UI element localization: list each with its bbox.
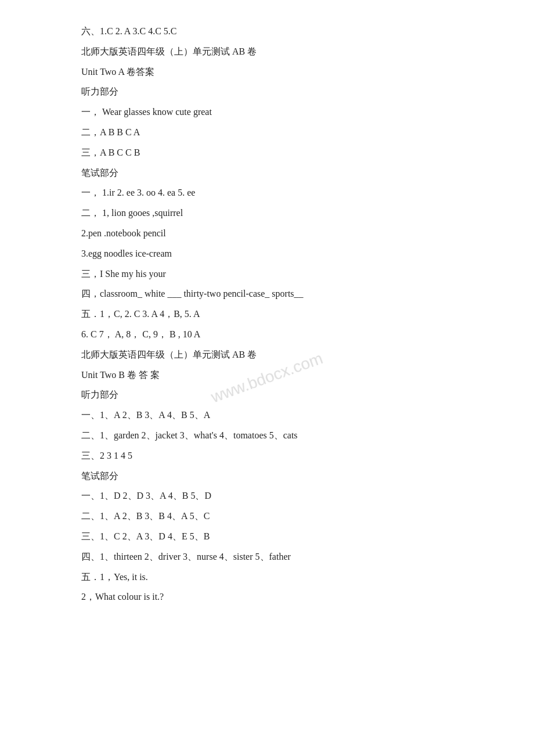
content-line-line25: 二、1、A 2、B 3、B 4、A 5、C xyxy=(81,508,453,525)
content-line-line9: 一， 1.ir 2. ee 3. oo 4. ea 5. ee xyxy=(81,185,453,201)
content-line-line27: 四、1、thirteen 2、driver 3、nurse 4、sister 5… xyxy=(81,549,453,566)
content-line-line3: Unit Two A 卷答案 xyxy=(81,64,453,81)
document-content: 六、1.C 2. A 3.C 4.C 5.C北师大版英语四年级（上）单元测试 A… xyxy=(81,23,453,606)
content-line-line21: 二、1、garden 2、jacket 3、what's 4、tomatoes … xyxy=(81,427,453,444)
content-line-line18: Unit Two B 卷 答 案 xyxy=(81,367,453,384)
content-line-line24: 一、1、D 2、D 3、A 4、B 5、D xyxy=(81,488,453,505)
content-line-line23: 笔试部分 xyxy=(81,468,453,485)
content-line-line6: 二，A B B C A xyxy=(81,124,453,141)
content-line-line12: 3.egg noodles ice-cream xyxy=(81,246,453,262)
content-line-line16: 6. C 7， A, 8， C, 9， B , 10 A xyxy=(81,326,453,343)
content-line-line11: 2.pen .notebook pencil xyxy=(81,225,453,242)
content-line-line7: 三，A B C C B xyxy=(81,145,453,161)
content-line-line4: 听力部分 xyxy=(81,84,453,100)
content-line-line2: 北师大版英语四年级（上）单元测试 AB 卷 xyxy=(81,44,453,60)
content-line-line19: 听力部分 xyxy=(81,387,453,404)
content-line-line26: 三、1、C 2、A 3、D 4、E 5、B xyxy=(81,528,453,545)
content-line-line29: 2，What colour is it.? xyxy=(81,589,453,606)
content-line-line20: 一、1、A 2、B 3、A 4、B 5、A xyxy=(81,407,453,424)
content-line-line22: 三、2 3 1 4 5 xyxy=(81,448,453,465)
content-line-line28: 五．1，Yes, it is. xyxy=(81,569,453,586)
content-line-line8: 笔试部分 xyxy=(81,165,453,182)
content-line-line14: 四，classroom_ white ___ thirty-two pencil… xyxy=(81,286,453,303)
content-line-line15: 五．1，C, 2. C 3. A 4，B, 5. A xyxy=(81,306,453,323)
content-line-line13: 三，I She my his your xyxy=(81,266,453,283)
content-line-line5: 一， Wear glasses know cute great xyxy=(81,104,453,121)
content-line-line17: 北师大版英语四年级（上）单元测试 AB 卷 xyxy=(81,347,453,363)
content-line-line10: 二， 1, lion gooes ,squirrel xyxy=(81,205,453,222)
content-line-line1: 六、1.C 2. A 3.C 4.C 5.C xyxy=(81,23,453,40)
